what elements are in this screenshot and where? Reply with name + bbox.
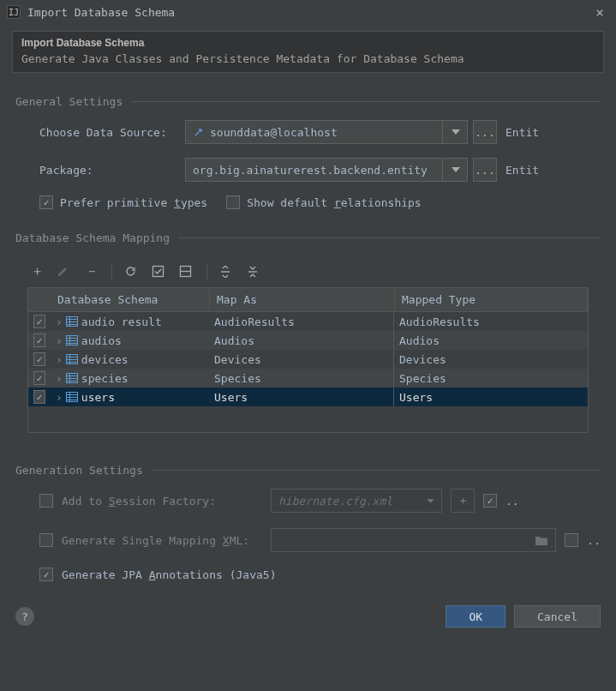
expand-all-button[interactable] — [219, 266, 235, 278]
ok-button[interactable]: OK — [446, 605, 505, 628]
schema-name: users — [81, 391, 115, 404]
divider — [131, 101, 601, 102]
table-row[interactable]: ›devicesDevicesDevices — [28, 350, 588, 369]
chevron-right-icon[interactable]: › — [56, 315, 63, 328]
schema-table: Database Schema Map As Mapped Type ›audi… — [27, 287, 589, 433]
single-mapping-extra-checkbox[interactable] — [565, 533, 578, 547]
datasource-browse-button[interactable]: ... — [473, 120, 497, 144]
chevron-right-icon[interactable]: › — [56, 353, 63, 366]
checkbox-icon — [483, 494, 497, 508]
row-checkbox[interactable] — [33, 371, 45, 385]
jpa-annotations-checkbox[interactable] — [39, 568, 53, 581]
single-mapping-trailing: .. — [587, 534, 601, 547]
session-factory-checkbox[interactable] — [39, 494, 53, 508]
table-row[interactable]: ›audiosAudiosAudios — [28, 331, 588, 350]
table-row[interactable]: ›usersUsersUsers — [28, 388, 588, 406]
map-as-value: AudioResults — [209, 312, 394, 331]
mapped-type-value: Devices — [394, 350, 588, 369]
cancel-button[interactable]: Cancel — [514, 605, 601, 628]
divider — [111, 264, 112, 279]
general-settings-label: General Settings — [15, 95, 123, 108]
session-factory-combo: hibernate.cfg.xml — [271, 489, 442, 513]
schema-name: species — [81, 372, 129, 385]
close-icon[interactable]: × — [590, 4, 609, 21]
edit-button[interactable] — [57, 266, 72, 278]
dialog-footer: ? OK Cancel — [0, 597, 616, 628]
show-relationships-checkbox[interactable]: Show default relationships — [226, 195, 422, 209]
table-icon — [66, 373, 78, 383]
table-icon — [66, 392, 78, 402]
table-icon — [66, 335, 78, 346]
titlebar: IJ Import Database Schema × — [0, 0, 616, 24]
chevron-right-icon[interactable]: › — [56, 391, 63, 404]
package-row: Package: org.big.ainaturerest.backend.en… — [15, 158, 601, 182]
checkbox-icon — [39, 195, 53, 209]
datasource-value: sounddata@localhost — [210, 126, 435, 139]
table-row[interactable]: ›audio resultAudioResultsAudioResults — [28, 312, 588, 331]
datasource-combo[interactable]: sounddata@localhost — [185, 120, 468, 144]
uncheck-all-button[interactable] — [179, 265, 194, 278]
session-factory-add-button[interactable]: ＋ — [451, 489, 475, 513]
map-as-value: Species — [209, 369, 394, 388]
jpa-annotations-label: Generate JPA Annotations (Java5) — [62, 568, 276, 581]
general-settings-section: General Settings Choose Data Source: sou… — [0, 80, 616, 209]
dialog-banner: Import Database Schema Generate Java Cla… — [12, 31, 604, 73]
row-checkbox[interactable] — [33, 315, 45, 328]
col-header-schema[interactable]: Database Schema — [51, 288, 210, 311]
remove-button[interactable]: － — [84, 263, 99, 279]
chevron-right-icon[interactable]: › — [56, 334, 63, 347]
single-mapping-input — [271, 528, 556, 552]
mapped-type-value: Audios — [394, 331, 588, 350]
jpa-annotations-row: Generate JPA Annotations (Java5) — [15, 568, 601, 581]
session-factory-row: Add to Session Factory: hibernate.cfg.xm… — [15, 489, 601, 513]
checkbox-icon — [39, 568, 53, 581]
single-mapping-row: Generate Single Mapping XML: .. — [15, 528, 601, 552]
refresh-button[interactable] — [124, 265, 140, 278]
checkbox-icon — [39, 533, 53, 547]
package-trailing: Entit — [505, 164, 539, 177]
row-checkbox[interactable] — [33, 333, 45, 347]
check-all-button[interactable] — [152, 265, 167, 278]
session-factory-extra-checkbox[interactable] — [483, 494, 497, 508]
checkbox-icon — [39, 494, 53, 508]
chevron-down-icon[interactable] — [442, 159, 460, 181]
chevron-down-icon[interactable] — [442, 121, 460, 143]
prefer-primitive-checkbox[interactable]: Prefer primitive types — [39, 195, 207, 209]
divider — [178, 237, 601, 238]
datasource-trailing: Entit — [505, 126, 539, 139]
package-browse-button[interactable]: ... — [473, 158, 497, 182]
schema-name: audios — [81, 334, 122, 347]
single-mapping-checkbox[interactable] — [39, 533, 53, 547]
datasource-icon — [193, 126, 205, 138]
help-button[interactable]: ? — [15, 607, 34, 626]
mapping-toolbar: ＋ － — [15, 256, 601, 287]
prefer-primitive-label: Prefer primitive types — [60, 196, 207, 209]
map-as-value: Audios — [209, 331, 394, 350]
add-button[interactable]: ＋ — [29, 263, 45, 279]
banner-title: Import Database Schema — [21, 37, 595, 49]
table-row[interactable]: ›speciesSpeciesSpecies — [28, 369, 588, 388]
col-header-mapas[interactable]: Map As — [210, 288, 395, 311]
svg-rect-0 — [153, 267, 164, 277]
mapped-type-value: AudioResults — [394, 312, 588, 331]
datasource-row: Choose Data Source: sounddata@localhost … — [15, 120, 601, 144]
chevron-right-icon[interactable]: › — [56, 372, 63, 385]
table-icon — [66, 354, 78, 364]
schema-name: devices — [81, 353, 129, 366]
row-checkbox[interactable] — [33, 352, 45, 366]
package-value: org.big.ainaturerest.backend.entity — [193, 164, 435, 177]
col-header-type[interactable]: Mapped Type — [395, 288, 588, 311]
checkbox-icon — [565, 533, 578, 547]
single-mapping-label: Generate Single Mapping XML: — [62, 534, 262, 547]
row-checkbox[interactable] — [33, 390, 45, 404]
collapse-all-button[interactable] — [247, 266, 262, 278]
map-as-value: Devices — [209, 350, 394, 369]
show-relationships-label: Show default relationships — [247, 196, 422, 209]
package-combo[interactable]: org.big.ainaturerest.backend.entity — [185, 158, 468, 182]
schema-name: audio result — [81, 315, 162, 328]
generation-settings-section: Generation Settings Add to Session Facto… — [0, 448, 616, 581]
divider — [206, 264, 207, 279]
banner-subtitle: Generate Java Classes and Persistence Me… — [21, 52, 595, 65]
table-icon — [66, 316, 78, 327]
schema-mapping-section: Database Schema Mapping ＋ － Database Sch… — [0, 216, 616, 433]
